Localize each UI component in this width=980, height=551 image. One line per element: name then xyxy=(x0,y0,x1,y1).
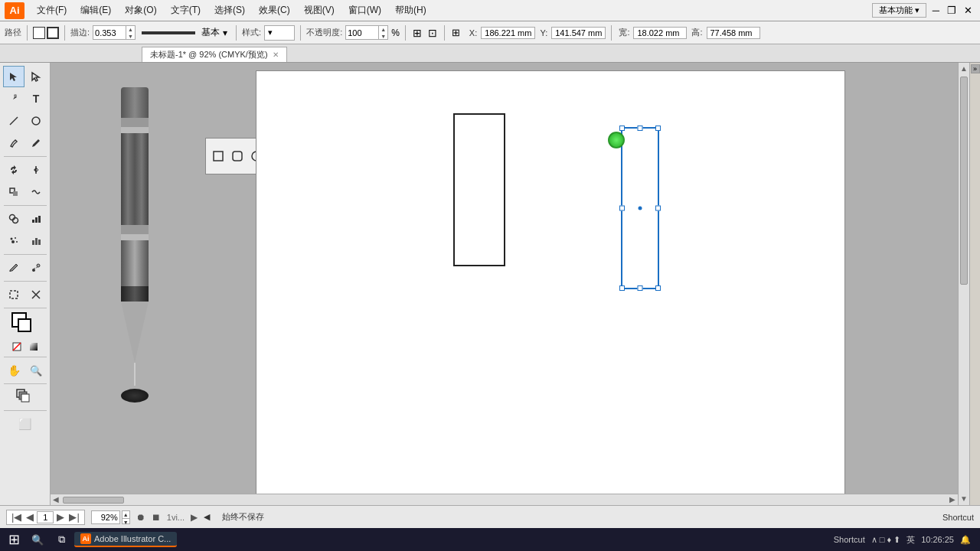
width-value[interactable]: 18.022 mm xyxy=(633,27,687,39)
stroke-swatch[interactable] xyxy=(47,27,59,39)
handle-mid-left[interactable] xyxy=(619,206,625,211)
column-graph-tool[interactable] xyxy=(25,230,47,252)
scroll-thumb-v[interactable] xyxy=(960,77,968,285)
handle-top-left[interactable] xyxy=(619,126,625,131)
handle-top-mid[interactable] xyxy=(638,126,643,131)
menu-text[interactable]: 文字(T) xyxy=(165,2,207,18)
height-value[interactable]: 77.458 mm xyxy=(707,27,760,39)
warp-tool[interactable] xyxy=(25,181,47,203)
zoom-input[interactable] xyxy=(91,510,120,524)
align-icon[interactable]: ⊡ xyxy=(426,27,439,39)
handle-mid-right[interactable] xyxy=(655,206,661,211)
zoom-up[interactable]: ▲ xyxy=(122,511,129,519)
handle-bot-left[interactable] xyxy=(619,285,625,291)
nav-prev[interactable]: ◀ xyxy=(24,511,35,523)
workspace-selector[interactable]: 基本功能 ▾ xyxy=(872,3,926,18)
menu-file[interactable]: 文件(F) xyxy=(31,2,73,18)
handle-bot-right[interactable] xyxy=(655,285,661,291)
menu-window[interactable]: 窗口(W) xyxy=(342,2,387,18)
y-coord-value[interactable]: 141.547 mm xyxy=(551,27,606,39)
symbol-spray-tool[interactable] xyxy=(3,230,24,252)
minimize-btn[interactable]: ─ xyxy=(929,3,942,18)
notification-btn[interactable]: 🔔 xyxy=(960,535,971,545)
taskview-btn[interactable]: ⧉ xyxy=(51,530,72,549)
menu-object[interactable]: 对象(O) xyxy=(119,2,162,18)
zoom-tool[interactable]: 🔍 xyxy=(25,360,47,381)
hand-tool[interactable]: ✋ xyxy=(3,360,24,381)
mirror-tool[interactable] xyxy=(25,159,47,181)
artboard-indicator[interactable]: 1vi... xyxy=(167,513,185,522)
none-swatch[interactable] xyxy=(9,339,24,354)
stroke-down[interactable]: ▼ xyxy=(126,33,135,40)
pencil-tool[interactable] xyxy=(3,132,24,154)
document-canvas[interactable] xyxy=(256,70,845,505)
nav-next[interactable]: ▶ xyxy=(55,511,66,523)
style-dropdown[interactable]: ▾ xyxy=(264,25,295,41)
eyedropper-tool[interactable] xyxy=(3,257,24,279)
stop-btn[interactable]: ⏹ xyxy=(152,512,161,523)
rectangle-shape-btn[interactable] xyxy=(211,148,225,165)
selected-rectangle[interactable] xyxy=(621,127,659,289)
ellipse-tool[interactable] xyxy=(25,110,47,132)
unselected-rectangle[interactable] xyxy=(453,113,505,266)
close-btn[interactable]: ✕ xyxy=(961,3,975,18)
canvas-area[interactable]: ✕ xyxy=(51,63,969,505)
graph-tool[interactable] xyxy=(25,208,47,230)
scroll-timeline-left[interactable]: ◀ xyxy=(204,512,210,522)
restore-btn[interactable]: ❐ xyxy=(944,3,959,18)
slice-tool[interactable] xyxy=(25,284,47,305)
tab-close-btn[interactable]: ✕ xyxy=(273,51,279,59)
start-button[interactable]: ⊞ xyxy=(3,530,24,549)
zoom-stepper[interactable]: ▲ ▼ xyxy=(122,510,130,524)
vertical-scrollbar[interactable]: ▲ ▼ xyxy=(958,63,969,505)
document-tab[interactable]: 未标题-1* @ 92% (CMYK/预览) ✕ xyxy=(142,47,287,62)
select-tool[interactable] xyxy=(3,66,24,87)
pen-tool[interactable] xyxy=(3,88,24,109)
handle-top-right[interactable] xyxy=(655,126,661,131)
nav-prev-start[interactable]: |◀ xyxy=(10,511,23,523)
stroke-dropdown-arrow[interactable]: ▾ xyxy=(223,28,227,38)
handle-bot-mid[interactable] xyxy=(638,285,643,291)
brush-tool[interactable] xyxy=(25,132,47,154)
zoom-down[interactable]: ▼ xyxy=(122,519,129,526)
artboard-tool[interactable] xyxy=(3,284,24,305)
collapse-panel-btn[interactable]: » xyxy=(971,64,980,73)
play-btn[interactable]: ▶ xyxy=(191,512,198,523)
horizontal-scrollbar[interactable]: ◀ ▶ xyxy=(51,494,958,505)
x-coord-value[interactable]: 186.221 mm xyxy=(481,27,535,39)
rotate-tool[interactable] xyxy=(3,159,24,181)
menu-effect[interactable]: 效果(C) xyxy=(253,2,296,18)
rounded-rect-shape-btn[interactable] xyxy=(230,148,244,165)
line-tool[interactable] xyxy=(3,110,24,132)
opacity-value[interactable] xyxy=(346,26,378,39)
scale-tool[interactable] xyxy=(3,181,24,203)
menu-select[interactable]: 选择(S) xyxy=(208,2,251,18)
transform2-icon[interactable]: ⊞ xyxy=(450,27,462,38)
illustrator-taskbar-app[interactable]: Ai Adobe Illustrator C... xyxy=(74,532,177,547)
shape-builder-tool[interactable] xyxy=(3,208,24,230)
nav-next-end[interactable]: ▶| xyxy=(67,511,80,523)
stroke-color-swatch[interactable] xyxy=(18,318,31,332)
opacity-input[interactable]: ▲▼ xyxy=(345,25,388,40)
paint-appearance[interactable] xyxy=(15,386,36,408)
screen-mode[interactable]: ⬜ xyxy=(15,413,36,435)
scroll-up-btn[interactable]: ▲ xyxy=(959,63,969,75)
scroll-left-btn[interactable]: ◀ xyxy=(51,495,61,504)
scroll-thumb-h[interactable] xyxy=(63,497,124,504)
opacity-down[interactable]: ▼ xyxy=(378,33,387,40)
record-btn[interactable]: ⏺ xyxy=(136,512,145,523)
menu-help[interactable]: 帮助(H) xyxy=(389,2,433,18)
page-number-input[interactable] xyxy=(37,511,54,523)
opacity-up[interactable]: ▲ xyxy=(378,26,387,33)
menu-view[interactable]: 视图(V) xyxy=(298,2,341,18)
gradient-swatch[interactable] xyxy=(26,339,41,354)
menu-edit[interactable]: 编辑(E) xyxy=(74,2,117,18)
taskbar-search[interactable]: 🔍 xyxy=(27,530,48,549)
scroll-down-btn[interactable]: ▼ xyxy=(959,493,969,505)
text-tool[interactable]: T xyxy=(25,88,47,109)
stroke-up[interactable]: ▲ xyxy=(126,26,135,33)
direct-select-tool[interactable] xyxy=(25,66,47,87)
transform-icon[interactable]: ⊞ xyxy=(411,27,423,39)
blend-tool[interactable] xyxy=(25,257,47,279)
stroke-width-value[interactable]: 0.353 xyxy=(93,26,126,39)
